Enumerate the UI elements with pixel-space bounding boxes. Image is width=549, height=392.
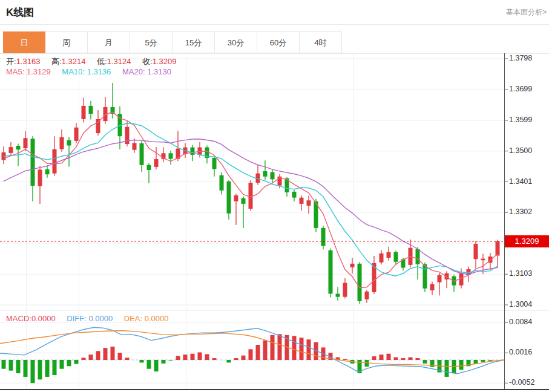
current-price-badge: 1.3209 (505, 235, 549, 247)
ohlc-legend: 开:1.3163 高:1.3214 低:1.3124 收:1.3209 (6, 56, 185, 67)
price-axis-label: 1.3004 (509, 300, 547, 309)
ma20-label: MA20: (122, 67, 145, 76)
tab-5min[interactable]: 5分 (130, 31, 173, 53)
tab-15min[interactable]: 15分 (173, 31, 215, 53)
dea-label: DEA: (124, 314, 142, 323)
tab-30min[interactable]: 30分 (215, 31, 257, 53)
kline-chart-canvas[interactable] (0, 53, 549, 392)
macd-axis-label: -0.0052 (509, 378, 547, 387)
macd-legend: MACD:0.0000 DIFF: 0.0000 DEA: 0.0000 (6, 314, 178, 323)
price-axis-label: 1.3103 (509, 269, 547, 278)
macd-axis-label: 0.0084 (509, 318, 547, 326)
tab-month[interactable]: 月 (88, 31, 130, 53)
macd-axis-label: 0.0016 (509, 348, 547, 356)
tab-week[interactable]: 周 (45, 31, 88, 53)
open-label: 开: (6, 57, 16, 66)
close-value: 1.3209 (153, 57, 177, 66)
open-value: 1.3163 (16, 57, 41, 66)
ma5-value: 1.3129 (27, 67, 51, 76)
macd-label: MACD: (6, 314, 31, 323)
ma-legend: MA5: 1.3129 MA10: 1.3136 MA20: 1.3130 (6, 67, 180, 76)
kline-module: K线图 基本面分析> 日 周 月 5分 15分 30分 60分 4时 开:1.3… (0, 0, 549, 392)
diff-value: 0.0000 (88, 314, 113, 323)
close-label: 收: (142, 57, 153, 66)
page-title: K线图 (6, 5, 34, 19)
price-axis-label: 1.3500 (509, 146, 547, 155)
macd-histogram (2, 334, 493, 383)
price-axis-label: 1.3699 (509, 85, 547, 93)
price-axis-label: 1.3798 (509, 54, 547, 62)
kline-chart[interactable]: 开:1.3163 高:1.3214 低:1.3124 收:1.3209 MA5:… (0, 53, 549, 392)
high-value: 1.3214 (62, 57, 86, 66)
candles-layer (2, 83, 500, 304)
module-header: K线图 基本面分析> (0, 0, 549, 25)
low-label: 低: (97, 57, 107, 66)
macd-value: 0.0000 (31, 314, 56, 323)
price-axis-label: 1.3599 (509, 116, 547, 124)
dea-value: 0.0000 (145, 314, 169, 323)
tab-60min[interactable]: 60分 (257, 31, 300, 53)
tab-day[interactable]: 日 (3, 31, 45, 53)
price-axis-label: 1.3302 (509, 207, 547, 216)
period-tabs: 日 周 月 5分 15分 30分 60分 4时 (3, 31, 342, 53)
fundamental-analysis-link[interactable]: 基本面分析> (506, 7, 547, 18)
high-label: 高: (51, 57, 62, 66)
price-axis-label: 1.3401 (509, 177, 547, 186)
tab-4hour[interactable]: 4时 (300, 31, 342, 53)
ma10-label: MA10: (62, 67, 85, 76)
ma5-label: MA5: (6, 67, 24, 76)
ma10-value: 1.3136 (87, 67, 111, 76)
ma20-value: 1.3130 (147, 67, 171, 76)
diff-label: DIFF: (67, 314, 87, 323)
low-value: 1.3124 (107, 57, 131, 66)
